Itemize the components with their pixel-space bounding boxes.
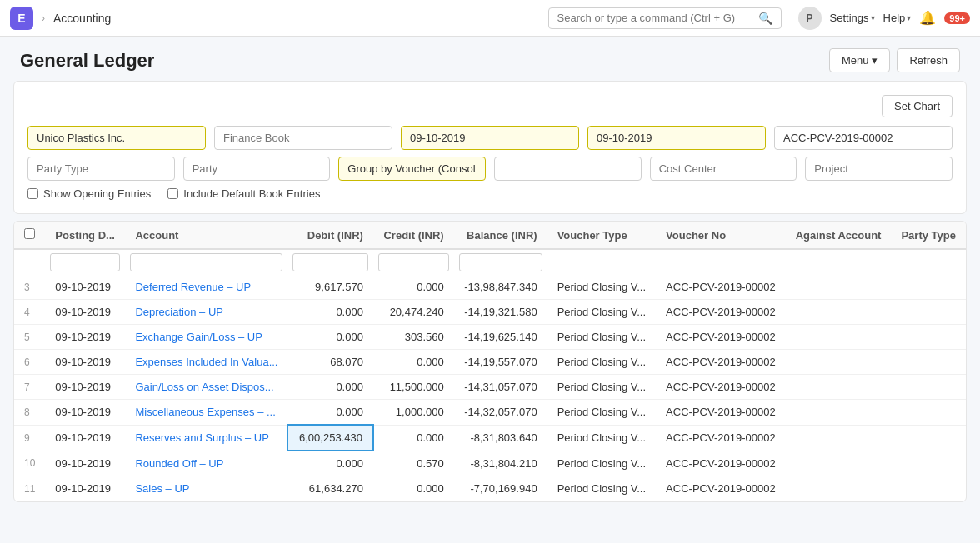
col-voucher-no[interactable]: Voucher No xyxy=(656,222,786,249)
general-ledger-table: Posting D... Account Debit (INR) Credit … xyxy=(13,221,967,502)
filter-row-1 xyxy=(28,126,952,150)
account-name[interactable]: Miscellaneous Expenses – ... xyxy=(125,400,288,426)
voucher-no-cell[interactable]: ACC-PCV-2019-00002 xyxy=(656,300,786,325)
to-date-filter[interactable] xyxy=(588,126,766,150)
debit-cell[interactable]: 0.000 xyxy=(288,325,372,350)
col-credit[interactable]: Credit (INR) xyxy=(373,222,454,249)
party-type-cell xyxy=(891,476,966,501)
from-date-filter[interactable] xyxy=(401,126,579,150)
voucher-type-cell[interactable]: Period Closing V... xyxy=(548,400,656,426)
table-row: 10 09-10-2019 Rounded Off – UP 0.000 0.5… xyxy=(14,451,966,476)
col-account[interactable]: Account xyxy=(125,222,288,249)
filter-balance[interactable] xyxy=(459,253,542,272)
select-all-checkbox[interactable] xyxy=(24,228,35,239)
project-filter[interactable] xyxy=(805,157,952,181)
voucher-no-cell[interactable]: ACC-PCV-2019-00002 xyxy=(656,350,786,375)
credit-cell: 303.560 xyxy=(373,325,454,350)
voucher-type-cell[interactable]: Period Closing V... xyxy=(548,451,656,476)
col-voucher-type[interactable]: Voucher Type xyxy=(548,222,656,249)
posting-date: 09-10-2019 xyxy=(45,325,125,350)
voucher-no-cell[interactable]: ACC-PCV-2019-00002 xyxy=(656,425,786,451)
filter-row-2 xyxy=(28,157,952,181)
row-num: 8 xyxy=(14,400,45,426)
party-type-cell xyxy=(891,400,966,426)
show-opening-entries-checkbox[interactable]: Show Opening Entries xyxy=(28,187,151,200)
table-row: 9 09-10-2019 Reserves and Surplus – UP 6… xyxy=(14,425,966,451)
balance-cell: -7,70,169.940 xyxy=(454,476,548,501)
debit-cell[interactable]: 9,617.570 xyxy=(288,275,372,300)
voucher-no-cell[interactable]: ACC-PCV-2019-00002 xyxy=(656,275,786,300)
col-posting-date[interactable]: Posting D... xyxy=(45,222,125,249)
cost-center-filter[interactable] xyxy=(650,157,798,181)
voucher-type-cell[interactable]: Period Closing V... xyxy=(548,275,656,300)
against-account-cell xyxy=(786,400,892,426)
avatar[interactable]: P xyxy=(798,7,822,30)
voucher-no-cell[interactable]: ACC-PCV-2019-00002 xyxy=(656,325,786,350)
voucher-no-cell[interactable]: ACC-PCV-2019-00002 xyxy=(656,400,786,426)
debit-cell[interactable]: 68.070 xyxy=(288,350,372,375)
settings-button[interactable]: Settings ▾ xyxy=(830,12,875,24)
voucher-no-cell[interactable]: ACC-PCV-2019-00002 xyxy=(656,451,786,476)
account-name[interactable]: Gain/Loss on Asset Dispos... xyxy=(125,375,288,400)
account-filter[interactable] xyxy=(774,126,952,150)
posting-date: 09-10-2019 xyxy=(45,425,125,451)
debit-cell[interactable]: 0.000 xyxy=(288,375,372,400)
voucher-type-cell[interactable]: Period Closing V... xyxy=(548,476,656,501)
debit-cell[interactable]: 0.000 xyxy=(288,400,372,426)
balance-cell: -14,19,557.070 xyxy=(454,350,548,375)
finance-book-filter[interactable] xyxy=(214,126,392,150)
col-party-type[interactable]: Party Type xyxy=(891,222,966,249)
search-input[interactable] xyxy=(558,12,753,24)
voucher-type-cell[interactable]: Period Closing V... xyxy=(548,325,656,350)
col-against-account[interactable]: Against Account xyxy=(786,222,892,249)
account-name[interactable]: Reserves and Surplus – UP xyxy=(125,425,288,451)
party-filter[interactable] xyxy=(183,157,331,181)
party-type-cell xyxy=(891,300,966,325)
notification-badge[interactable]: 99+ xyxy=(944,12,970,24)
debit-cell[interactable]: 0.000 xyxy=(288,300,372,325)
company-filter[interactable] xyxy=(28,126,206,150)
account-name[interactable]: Depreciation – UP xyxy=(125,300,288,325)
balance-cell: -13,98,847.340 xyxy=(454,275,548,300)
account-name[interactable]: Deferred Revenue – UP xyxy=(125,275,288,300)
account-name[interactable]: Exchange Gain/Loss – UP xyxy=(125,325,288,350)
voucher-type-cell[interactable]: Period Closing V... xyxy=(548,350,656,375)
col-balance[interactable]: Balance (INR) xyxy=(454,222,548,249)
posting-date: 09-10-2019 xyxy=(45,375,125,400)
balance-cell: -14,32,057.070 xyxy=(454,400,548,426)
party-type-cell xyxy=(891,325,966,350)
row-num: 10 xyxy=(14,451,45,476)
debit-cell[interactable]: 6,00,253.430 xyxy=(288,425,372,451)
app-icon[interactable]: E xyxy=(10,7,33,30)
set-chart-button[interactable]: Set Chart xyxy=(882,95,952,117)
notification-icon[interactable]: 🔔 xyxy=(919,10,936,26)
refresh-button[interactable]: Refresh xyxy=(897,48,960,72)
debit-cell[interactable]: 61,634.270 xyxy=(288,476,372,501)
app-name: Accounting xyxy=(53,12,111,25)
against-account-cell xyxy=(786,476,892,501)
help-button[interactable]: Help ▾ xyxy=(883,12,912,24)
voucher-type-cell[interactable]: Period Closing V... xyxy=(548,425,656,451)
filter-area: Set Chart Show Opening Entries Include D… xyxy=(13,81,967,214)
filter-account-col[interactable] xyxy=(130,253,282,272)
voucher-filter[interactable] xyxy=(494,157,642,181)
filter-credit[interactable] xyxy=(378,253,449,272)
party-type-filter[interactable] xyxy=(28,157,175,181)
credit-cell: 0.000 xyxy=(373,275,454,300)
credit-cell: 0.000 xyxy=(373,476,454,501)
account-name[interactable]: Sales – UP xyxy=(125,476,288,501)
voucher-type-cell[interactable]: Period Closing V... xyxy=(548,375,656,400)
posting-date: 09-10-2019 xyxy=(45,476,125,501)
include-default-book-checkbox[interactable]: Include Default Book Entries xyxy=(168,187,320,200)
filter-posting-date[interactable] xyxy=(50,253,120,272)
voucher-no-cell[interactable]: ACC-PCV-2019-00002 xyxy=(656,476,786,501)
filter-debit[interactable] xyxy=(292,253,368,272)
group-by-filter[interactable] xyxy=(338,157,486,181)
col-debit[interactable]: Debit (INR) xyxy=(288,222,372,249)
account-name[interactable]: Expenses Included In Valua... xyxy=(125,350,288,375)
account-name[interactable]: Rounded Off – UP xyxy=(125,451,288,476)
menu-button[interactable]: Menu ▾ xyxy=(829,48,891,72)
voucher-no-cell[interactable]: ACC-PCV-2019-00002 xyxy=(656,375,786,400)
debit-cell[interactable]: 0.000 xyxy=(288,451,372,476)
voucher-type-cell[interactable]: Period Closing V... xyxy=(548,300,656,325)
